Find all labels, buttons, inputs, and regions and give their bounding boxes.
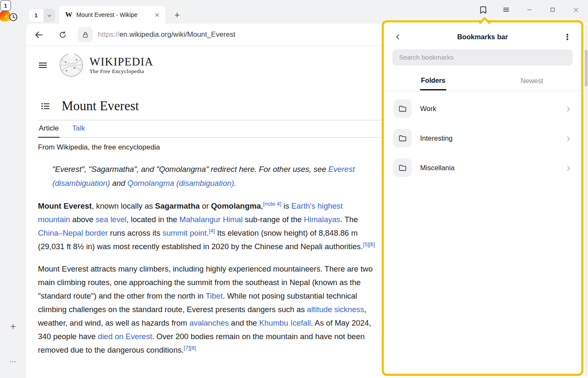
clock-icon — [8, 12, 18, 22]
text-run: runs across its — [108, 228, 163, 237]
folder-row-interesting[interactable]: Interesting › — [384, 123, 581, 153]
kebab-icon: ⋮ — [564, 32, 572, 42]
tab-folders-label: Folders — [420, 72, 446, 90]
close-button[interactable] — [570, 4, 582, 16]
maximize-icon — [550, 7, 556, 13]
site-security-button[interactable] — [78, 27, 93, 42]
text-run: sub-range of the — [243, 215, 304, 224]
tab-newest[interactable]: Newest — [483, 71, 581, 91]
minimize-button[interactable] — [523, 4, 535, 16]
text-run: Mount Everest — [38, 201, 92, 210]
contents-list-icon[interactable] — [40, 101, 50, 111]
new-tab-button[interactable]: + — [171, 9, 183, 21]
article-link[interactable]: China–Nepal border — [38, 228, 108, 237]
tab-close-icon[interactable] — [153, 11, 161, 19]
back-button[interactable] — [33, 29, 45, 41]
page-title: Mount Everest — [62, 98, 139, 114]
reference-sup: [7] — [184, 345, 190, 351]
browser-menu-button[interactable] — [500, 4, 512, 16]
text-run: Sagarmatha — [155, 201, 200, 210]
folder-row-work[interactable]: Work › — [384, 94, 581, 123]
bookmarks-panel-toggle[interactable] — [477, 4, 489, 16]
text-run: and the — [229, 318, 259, 327]
sidebar-add-button[interactable]: + — [0, 321, 26, 332]
reload-icon — [58, 30, 67, 39]
tab-group-chip[interactable]: 1 — [29, 9, 55, 22]
reference-link[interactable]: [note 4] — [263, 201, 281, 207]
bookmark-icon — [479, 5, 488, 14]
tab-talk[interactable]: Talk — [71, 120, 86, 137]
sidebar-more-button[interactable]: ••• — [0, 358, 26, 365]
url-text: en.wikipedia.org/wiki/Mount_Everest — [119, 30, 235, 38]
reference-link[interactable]: [5] — [363, 241, 369, 247]
text-run: Qomolangma — [211, 201, 261, 210]
reference-link[interactable]: [6] — [369, 241, 375, 247]
folder-icon — [393, 129, 412, 147]
wordmark-title: WIKIPEDIA — [89, 55, 153, 68]
bookmarks-panel-title: Bookmarks bar — [384, 33, 581, 41]
back-arrow-icon — [34, 30, 44, 40]
reload-button[interactable] — [57, 29, 68, 41]
article-link[interactable]: summit point — [162, 228, 207, 237]
article-link[interactable]: sea level — [96, 215, 127, 224]
article-paragraph-1: Mount Everest, known locally as Sagarmat… — [38, 199, 375, 253]
bookmarks-panel-header: Bookmarks bar ⋮ — [384, 26, 581, 48]
article-link[interactable]: Qomolangma (disambiguation) — [127, 179, 234, 188]
panel-menu-button[interactable]: ⋮ — [561, 30, 574, 43]
wikipedia-globe-logo[interactable] — [59, 53, 84, 77]
text-run: above — [70, 215, 96, 224]
article-paragraph-2: Mount Everest attracts many climbers, in… — [38, 262, 375, 357]
wordmark-tagline: The Free Encyclopedia — [89, 68, 153, 75]
left-sidebar: 1 + ••• — [0, 0, 26, 378]
folder-icon — [393, 158, 412, 177]
article-link[interactable]: Tibet — [205, 291, 222, 300]
close-icon — [573, 7, 579, 13]
bookmarks-search[interactable] — [392, 49, 573, 65]
article-link[interactable]: died on Everest — [98, 332, 152, 341]
folder-row-miscellania[interactable]: Miscellania › — [384, 153, 581, 182]
article-link[interactable]: Mahalangur Himal — [179, 215, 243, 224]
window-scrollbar[interactable] — [585, 24, 588, 377]
article-link[interactable]: Khumbu Icefall — [259, 318, 310, 327]
panel-back-button[interactable] — [391, 30, 404, 43]
article-link[interactable]: avalanches — [189, 318, 229, 327]
browser-window: 1 + ••• 1 W Mount Everest - Wikipe + — [0, 0, 588, 378]
chevron-right-icon: › — [566, 104, 570, 113]
scrollbar-thumb[interactable] — [585, 50, 588, 87]
tab-folders[interactable]: Folders — [384, 71, 483, 91]
tab-group-count[interactable]: 1 — [29, 9, 43, 22]
chevron-right-icon: › — [566, 163, 570, 172]
bookmarks-panel: Bookmarks bar ⋮ Folders Newest Work › — [382, 20, 583, 376]
wiki-menu-button[interactable] — [38, 60, 48, 70]
article-tabs: Article Talk — [38, 120, 385, 138]
window-controls — [477, 4, 582, 16]
history-clock-button[interactable] — [0, 12, 26, 22]
bookmarks-search-input[interactable] — [398, 53, 567, 62]
text-run: . The — [340, 215, 358, 224]
address-bar[interactable]: https://en.wikipedia.org/wiki/Mount_Ever… — [98, 30, 235, 39]
tab-counter-badge[interactable]: 1 — [0, 0, 11, 11]
chevron-down-icon[interactable] — [43, 9, 55, 22]
text-run: , known locally as — [92, 201, 155, 210]
reference-link[interactable]: [8] — [190, 345, 196, 351]
tab-article[interactable]: Article — [38, 120, 59, 138]
reference-sup: [4] — [209, 228, 215, 234]
lock-icon — [82, 31, 89, 38]
reference-link[interactable]: [7] — [184, 345, 190, 351]
bookmarks-panel-tabs: Folders Newest — [384, 71, 581, 91]
maximize-button[interactable] — [547, 4, 558, 16]
folder-label: Interesting — [420, 134, 566, 142]
reference-sup: [6] — [369, 241, 375, 247]
reference-link[interactable]: [4] — [209, 228, 215, 234]
article-link[interactable]: altitude sickness — [307, 305, 364, 314]
chevron-left-icon — [395, 34, 401, 40]
article-link[interactable]: Himalayas — [304, 215, 340, 224]
text-run: . — [234, 179, 236, 188]
wikipedia-wordmark[interactable]: WIKIPEDIA The Free Encyclopedia — [89, 55, 153, 75]
folder-label: Miscellania — [420, 164, 566, 172]
reference-sup: [8] — [190, 345, 196, 351]
minimize-icon — [526, 7, 532, 13]
text-run: "Everest", "Sagarmatha", and "Qomolangma… — [52, 165, 328, 174]
active-tab[interactable]: W Mount Everest - Wikipe — [59, 6, 165, 24]
url-scheme: https:// — [98, 30, 119, 38]
